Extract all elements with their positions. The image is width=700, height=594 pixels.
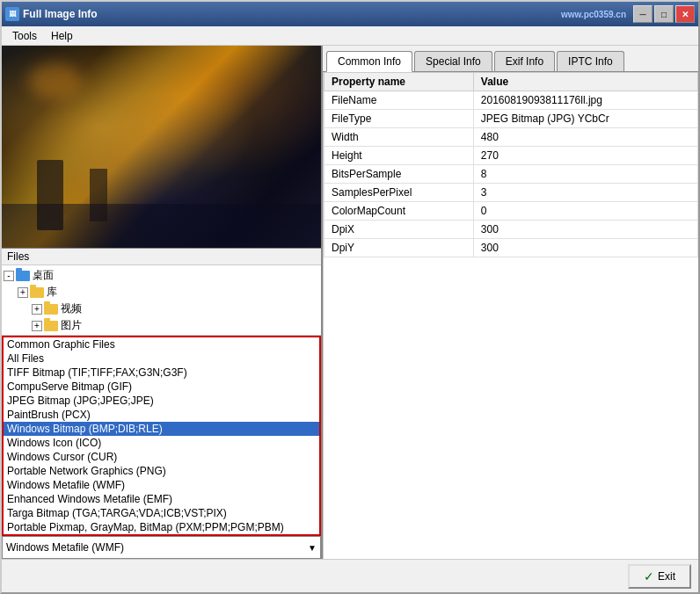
tree-item-video: + 视频	[4, 301, 319, 317]
tree-label-pictures: 图片	[61, 318, 82, 333]
cell-property: FileType	[324, 110, 474, 128]
table-row: ColorMapCount0	[324, 202, 698, 221]
close-button[interactable]: ✕	[675, 5, 695, 23]
image-preview	[2, 46, 321, 248]
expand-desktop[interactable]: -	[4, 271, 14, 281]
cell-property: BitsPerSample	[324, 165, 474, 184]
file-type-emf[interactable]: Enhanced Windows Metafile (EMF)	[4, 492, 319, 506]
menu-bar: Tools Help	[2, 26, 698, 46]
window-controls: ─ □ ✕	[633, 5, 695, 23]
tab-exif-info[interactable]: Exif Info	[494, 51, 555, 71]
preview-background	[2, 46, 321, 248]
folder-icon-pictures	[44, 321, 58, 331]
file-type-jpeg[interactable]: JPEG Bitmap (JPG;JPEG;JPE)	[4, 394, 319, 408]
tree-item-desktop: - 桌面	[4, 267, 319, 284]
file-type-pcx[interactable]: PaintBrush (PCX)	[4, 408, 319, 422]
tree-label-desktop: 桌面	[33, 268, 54, 283]
watermark: www.pc0359.cn	[561, 10, 626, 19]
tree-view: - 桌面 + 库 + 视频	[2, 265, 321, 336]
folder-icon-desktop	[16, 271, 30, 281]
file-type-bmp[interactable]: Windows Bitmap (BMP;DIB;RLE)	[4, 422, 319, 436]
right-panel: Common Info Special Info Exif Info IPTC …	[323, 46, 698, 559]
tree-label-library: 库	[47, 285, 57, 300]
exit-label: Exit	[658, 570, 675, 583]
table-row: BitsPerSample8	[324, 165, 698, 184]
file-type-gif[interactable]: CompuServe Bitmap (GIF)	[4, 380, 319, 394]
tree-item-library: + 库	[4, 284, 319, 301]
table-row: FileName20160819093811176ll.jpg	[324, 91, 698, 110]
tree-label-video: 视频	[61, 301, 82, 316]
table-row: DpiY300	[324, 239, 698, 257]
cell-property: Width	[324, 128, 474, 147]
file-list-container: Common Graphic Files All Files TIFF Bitm…	[2, 336, 321, 536]
file-type-tiff[interactable]: TIFF Bitmap (TIF;TIFF;FAX;G3N;G3F)	[4, 366, 319, 380]
file-type-all[interactable]: All Files	[4, 351, 319, 366]
tab-special-info[interactable]: Special Info	[414, 51, 492, 71]
file-type-wmf[interactable]: Windows Metafile (WMF)	[4, 478, 319, 492]
cell-value: 20160819093811176ll.jpg	[473, 91, 697, 110]
menu-help[interactable]: Help	[44, 28, 80, 44]
cell-property: FileName	[324, 91, 474, 110]
tab-iptc-info[interactable]: IPTC Info	[557, 51, 624, 71]
table-row: FileTypeJPEG Bitmap (JPG) YCbCr	[324, 110, 698, 128]
title-bar: 🖼 Full Image Info www.pc0359.cn ─ □ ✕	[2, 2, 698, 26]
file-type-pxm[interactable]: Portable Pixmap, GrayMap, BitMap (PXM;PP…	[4, 520, 319, 534]
file-type-common[interactable]: Common Graphic Files	[4, 337, 319, 351]
cell-property: DpiX	[324, 221, 474, 239]
file-type-tga[interactable]: Targa Bitmap (TGA;TARGA;VDA;ICB;VST;PIX)	[4, 506, 319, 520]
table-row: SamplesPerPixel3	[324, 184, 698, 202]
file-type-dropdown[interactable]: Windows Metafile (WMF)	[2, 536, 321, 559]
bottom-bar: ✓ Exit	[2, 559, 698, 592]
file-type-ico[interactable]: Windows Icon (ICO)	[4, 436, 319, 450]
cell-property: SamplesPerPixel	[324, 184, 474, 202]
tree-item-pictures: + 图片	[4, 317, 319, 334]
exit-button[interactable]: ✓ Exit	[628, 564, 691, 589]
files-label: Files	[2, 249, 321, 265]
tab-common-info[interactable]: Common Info	[326, 51, 412, 72]
files-section: Files - 桌面 + 库	[2, 248, 321, 559]
check-icon: ✓	[644, 569, 654, 583]
cell-value: 480	[473, 128, 697, 147]
expand-library[interactable]: +	[18, 287, 28, 298]
main-window: 🖼 Full Image Info www.pc0359.cn ─ □ ✕ To…	[0, 0, 700, 594]
info-table: Property name Value FileName201608190938…	[324, 72, 698, 257]
col-header-property: Property name	[324, 73, 474, 91]
folder-icon-library	[30, 287, 44, 298]
table-row: DpiX300	[324, 221, 698, 239]
cell-value: 300	[473, 221, 697, 239]
window-title: Full Image Info	[23, 8, 561, 20]
main-content: Files - 桌面 + 库	[2, 46, 698, 559]
folder-icon-video	[44, 304, 58, 315]
expand-pictures[interactable]: +	[32, 321, 42, 331]
cell-property: Height	[324, 147, 474, 165]
cell-property: ColorMapCount	[324, 202, 474, 221]
expand-video[interactable]: +	[32, 304, 42, 315]
cell-property: DpiY	[324, 239, 474, 257]
table-row: Width480	[324, 128, 698, 147]
info-table-container: Property name Value FileName201608190938…	[323, 72, 698, 559]
file-type-cur[interactable]: Windows Cursor (CUR)	[4, 450, 319, 464]
dropdown-value: Windows Metafile (WMF)	[6, 541, 124, 554]
cell-value: 0	[473, 202, 697, 221]
cell-value: JPEG Bitmap (JPG) YCbCr	[473, 110, 697, 128]
left-panel: Files - 桌面 + 库	[2, 46, 323, 559]
cell-value: 8	[473, 165, 697, 184]
maximize-button[interactable]: □	[654, 5, 674, 23]
tabs-bar: Common Info Special Info Exif Info IPTC …	[323, 46, 698, 72]
minimize-button[interactable]: ─	[633, 5, 653, 23]
col-header-value: Value	[473, 73, 697, 91]
file-type-png[interactable]: Portable Network Graphics (PNG)	[4, 464, 319, 478]
table-row: Height270	[324, 147, 698, 165]
menu-tools[interactable]: Tools	[5, 28, 44, 44]
file-type-list[interactable]: Common Graphic Files All Files TIFF Bitm…	[2, 336, 321, 536]
cell-value: 300	[473, 239, 697, 257]
cell-value: 3	[473, 184, 697, 202]
cell-value: 270	[473, 147, 697, 165]
app-icon: 🖼	[5, 7, 19, 21]
